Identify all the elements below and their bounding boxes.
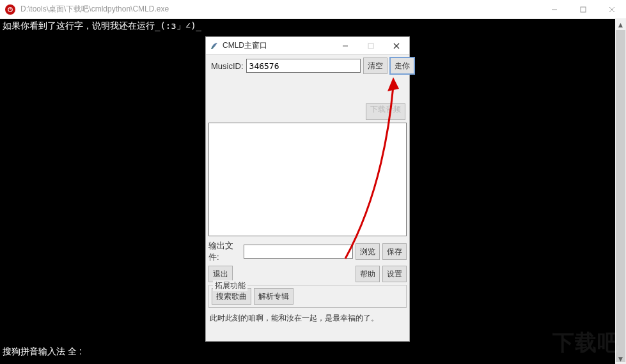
help-button[interactable]: 帮助 (356, 266, 380, 282)
download-audio-button[interactable]: 下载音频 (366, 103, 405, 120)
outfile-input[interactable] (244, 245, 353, 259)
settings-button[interactable]: 设置 (382, 266, 407, 282)
close-button[interactable] (597, 0, 626, 19)
tk-titlebar: CMLD主窗口 (206, 37, 409, 55)
parse-album-button[interactable]: 解析专辑 (254, 288, 293, 305)
clear-button[interactable]: 清空 (363, 57, 387, 74)
outer-title: D:\tools\桌面\下载吧\cmldpython\CMLD.exe (20, 4, 540, 15)
svg-rect-2 (581, 7, 586, 12)
tk-title: CMLD主窗口 (223, 40, 333, 51)
outer-titlebar: D:\tools\桌面\下载吧\cmldpython\CMLD.exe (0, 0, 626, 19)
status-text: 此时此刻的咱啊，能和汝在一起，是最幸福的了。 (208, 312, 407, 325)
minimize-button[interactable] (540, 0, 568, 19)
watermark-text: 下载吧 (552, 328, 620, 358)
cmld-main-window: CMLD主窗口 MusicID: 清空 走你 下载音频 输出文件: 浏览 保存 … (205, 36, 410, 342)
scroll-thumb[interactable] (616, 30, 625, 362)
scroll-up-icon[interactable]: ▲ (615, 19, 626, 30)
tk-minimize-button[interactable] (333, 37, 358, 55)
scrollbar[interactable]: ▲ ▼ (615, 19, 626, 364)
console-line: 如果你看到了这行字，说明我还在运行_(:з」∠)_ (3, 20, 201, 31)
extensions-legend: 拓展功能 (213, 280, 247, 291)
ime-status: 搜狗拼音输入法 全 : (3, 346, 82, 358)
musicid-label: MusicID: (208, 61, 246, 71)
browse-button[interactable]: 浏览 (356, 243, 380, 260)
outfile-label: 输出文件: (208, 240, 241, 263)
tk-maximize-button (358, 37, 384, 55)
netease-icon (5, 4, 15, 15)
tk-close-button[interactable] (384, 37, 409, 55)
extensions-fieldset: 拓展功能 搜索歌曲 解析专辑 (208, 285, 407, 308)
musicid-input[interactable] (246, 59, 361, 73)
save-button[interactable]: 保存 (382, 243, 407, 260)
maximize-button[interactable] (568, 0, 597, 19)
svg-rect-7 (368, 43, 373, 49)
tk-feather-icon (210, 42, 219, 50)
output-textarea[interactable] (208, 123, 407, 236)
go-button[interactable]: 走你 (390, 57, 414, 74)
